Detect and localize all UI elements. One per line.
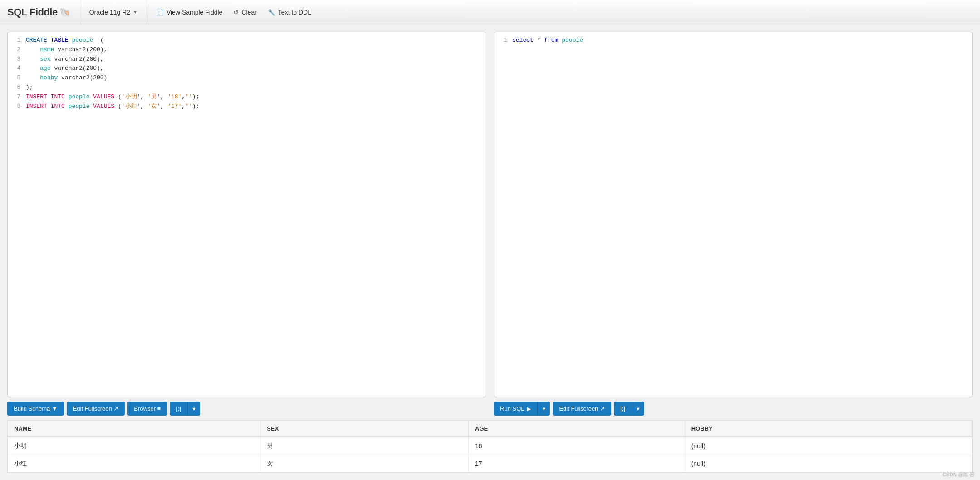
- run-sql-label: Run SQL: [500, 405, 524, 412]
- document-icon: 📄: [156, 9, 164, 16]
- edit-fullscreen-left-button[interactable]: Edit Fullscreen ↗: [67, 402, 125, 416]
- code-line: 3 sex varchar2(200),: [10, 55, 484, 64]
- code-line: 4 age varchar2(200),: [10, 64, 484, 73]
- col-hobby-header: HOBBY: [685, 421, 972, 437]
- results-tbody: 小明男18(null)小红女17(null): [8, 437, 972, 472]
- separator-right-label: [;]: [620, 405, 625, 412]
- clear-action[interactable]: ↺ Clear: [233, 9, 256, 16]
- edit-fullscreen-left-label: Edit Fullscreen ↗: [73, 405, 119, 412]
- editors-row: 1 CREATE TABLE people ( 2 name varchar2(…: [7, 32, 973, 416]
- play-icon: ▶: [527, 406, 531, 412]
- footer-credit: CSDN @陈 苦: [943, 471, 975, 478]
- table-cell: 17: [469, 455, 685, 473]
- right-panel: 1 select * from people Run SQL ▶ ▼ Edit …: [494, 32, 973, 416]
- run-sql-split: Run SQL ▶ ▼: [494, 402, 550, 416]
- col-sex-header: SEX: [260, 421, 469, 437]
- table-cell: 18: [469, 437, 685, 455]
- separator-left-label: [;]: [176, 405, 181, 412]
- separator-right-button[interactable]: [;]: [614, 402, 632, 416]
- clear-label: Clear: [241, 9, 256, 16]
- table-cell: (null): [685, 455, 972, 473]
- col-age-header: AGE: [469, 421, 685, 437]
- chevron-down-icon: ▼: [133, 10, 137, 15]
- run-sql-dropdown[interactable]: ▼: [537, 402, 550, 416]
- refresh-icon: ↺: [233, 9, 239, 16]
- text-to-ddl-label: Text to DDL: [278, 9, 311, 16]
- build-schema-label: Build Schema ▼: [14, 405, 58, 412]
- table-cell: 男: [260, 437, 469, 455]
- separator-left-button[interactable]: [;]: [170, 402, 187, 416]
- code-line: 6 );: [10, 83, 484, 92]
- separator-right-split: [;] ▼: [614, 402, 644, 416]
- header-actions: 📄 View Sample Fiddle ↺ Clear 🔧 Text to D…: [147, 0, 320, 24]
- logo-icon: 🐚: [59, 7, 71, 18]
- run-sql-button[interactable]: Run SQL ▶: [494, 402, 537, 416]
- edit-fullscreen-right-button[interactable]: Edit Fullscreen ↗: [553, 402, 611, 416]
- code-line: 8 INSERT INTO people VALUES ('小红', '女', …: [10, 102, 484, 112]
- db-selector-label: Oracle 11g R2: [89, 9, 130, 16]
- view-sample-label: View Sample Fiddle: [167, 9, 222, 16]
- table-cell: 小红: [8, 455, 260, 473]
- table-row: 小红女17(null): [8, 455, 972, 473]
- query-editor[interactable]: 1 select * from people: [494, 32, 973, 397]
- left-buttons-row: Build Schema ▼ Edit Fullscreen ↗ Browser…: [7, 402, 486, 416]
- separator-left-dropdown[interactable]: ▼: [187, 402, 200, 416]
- table-cell: 小明: [8, 437, 260, 455]
- build-schema-button[interactable]: Build Schema ▼: [7, 402, 64, 416]
- col-name-header: NAME: [8, 421, 260, 437]
- footer-text: CSDN @陈 苦: [943, 472, 975, 477]
- table-cell: (null): [685, 437, 972, 455]
- text-to-ddl-action[interactable]: 🔧 Text to DDL: [268, 9, 311, 16]
- db-selector[interactable]: Oracle 11g R2 ▼: [80, 0, 147, 24]
- code-line: 1 CREATE TABLE people (: [10, 36, 484, 45]
- right-buttons-row: Run SQL ▶ ▼ Edit Fullscreen ↗ [;] ▼: [494, 402, 973, 416]
- wrench-icon: 🔧: [268, 9, 275, 16]
- schema-editor[interactable]: 1 CREATE TABLE people ( 2 name varchar2(…: [7, 32, 486, 397]
- table-row: 小明男18(null): [8, 437, 972, 455]
- logo-text: SQL Fiddle: [7, 6, 58, 18]
- code-line: 5 hobby varchar2(200): [10, 73, 484, 83]
- code-line: 2 name varchar2(200),: [10, 45, 484, 55]
- browser-label: Browser ≡: [134, 405, 161, 412]
- view-sample-action[interactable]: 📄 View Sample Fiddle: [156, 9, 222, 16]
- logo-area: SQL Fiddle 🐚: [7, 6, 71, 18]
- browser-button[interactable]: Browser ≡: [127, 402, 167, 416]
- edit-fullscreen-right-label: Edit Fullscreen ↗: [559, 405, 605, 412]
- table-cell: 女: [260, 455, 469, 473]
- results-table: NAME SEX AGE HOBBY 小明男18(null)小红女17(null…: [8, 421, 972, 472]
- code-line: 7 INSERT INTO people VALUES ('小明', '男', …: [10, 92, 484, 102]
- separator-left-split: [;] ▼: [170, 402, 200, 416]
- separator-right-dropdown[interactable]: ▼: [632, 402, 644, 416]
- left-panel: 1 CREATE TABLE people ( 2 name varchar2(…: [7, 32, 486, 416]
- code-line: 1 select * from people: [496, 36, 970, 45]
- header: SQL Fiddle 🐚 Oracle 11g R2 ▼ 📄 View Samp…: [0, 0, 980, 24]
- main-content: 1 CREATE TABLE people ( 2 name varchar2(…: [0, 24, 980, 480]
- results-header-row: NAME SEX AGE HOBBY: [8, 421, 972, 437]
- results-area: NAME SEX AGE HOBBY 小明男18(null)小红女17(null…: [7, 420, 973, 473]
